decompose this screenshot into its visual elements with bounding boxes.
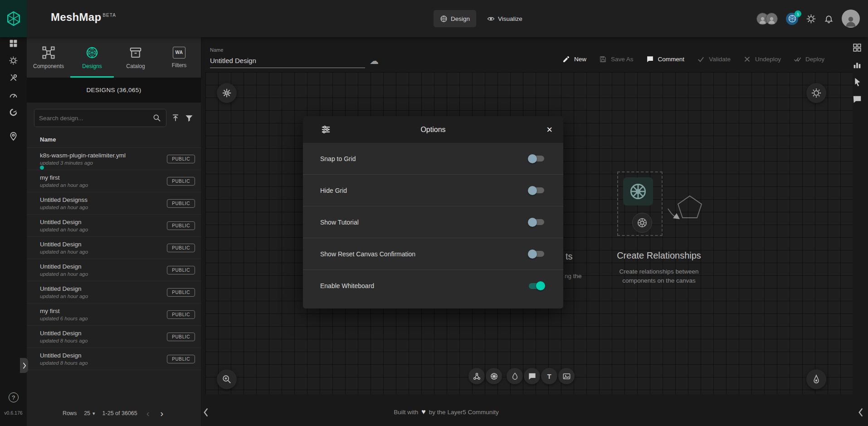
toggle-show-reset-canvas-confirmation[interactable] — [528, 249, 545, 259]
create-relationships-hint: Create Relationships Create relationship… — [602, 250, 716, 285]
chevron-right-icon — [22, 362, 27, 370]
mesh-config-button[interactable] — [217, 83, 237, 103]
bell-icon — [824, 14, 834, 24]
pagination-range: 1-25 of 36065 — [102, 410, 137, 416]
layer5-logo[interactable] — [0, 0, 27, 37]
design-list-item[interactable]: k8s-wasm-plugin-ratelimiter.ymlupdated 3… — [27, 148, 201, 170]
expand-nav-button[interactable] — [20, 358, 28, 373]
version-label: v0.6.176 — [0, 410, 27, 416]
previous-page-button[interactable]: ‹ — [145, 409, 151, 418]
notifications-button[interactable] — [824, 14, 834, 24]
map-pin-icon[interactable] — [9, 132, 18, 141]
extensions-icon[interactable] — [9, 108, 18, 117]
design-list-item[interactable]: Untitled Designupdated an hour ago PUBLI… — [27, 281, 201, 304]
user-avatar[interactable] — [842, 10, 860, 28]
helm-component-node[interactable] — [632, 213, 652, 233]
text-tool-button[interactable]: T — [541, 368, 557, 384]
search-box — [34, 109, 166, 127]
components-icon — [42, 46, 55, 59]
options-modal: Options × Snap to Grid Hide Grid Show Tu… — [303, 116, 563, 308]
rows-per-page-select[interactable]: 25▾ — [84, 410, 95, 416]
gear-icon — [806, 14, 816, 24]
collapse-left-drawer-button[interactable] — [203, 406, 210, 418]
close-icon[interactable]: × — [546, 125, 552, 135]
helm-wheel-icon — [636, 217, 648, 229]
design-list-item[interactable]: Untitled Designupdated 8 hours ago PUBLI… — [27, 348, 201, 370]
option-row: Show Reset Canvas Confirmation — [303, 238, 563, 270]
pagination: Rows 25▾ 1-25 of 36065 ‹ › — [27, 409, 201, 418]
help-button[interactable]: ? — [9, 392, 19, 402]
filter-designs-button[interactable] — [185, 113, 194, 122]
chat-icon[interactable] — [852, 94, 862, 104]
tab-filters[interactable]: WA Filters — [157, 37, 201, 78]
design-updated: updated 8 hours ago — [40, 360, 88, 366]
zoom-button[interactable] — [217, 369, 237, 389]
design-updated: updated an hour ago — [40, 271, 88, 277]
design-list-item[interactable]: Untitled Designupdated an hour ago PUBLI… — [27, 259, 201, 281]
chart-icon[interactable] — [852, 60, 862, 70]
layer5-hexagon-icon — [6, 11, 21, 26]
comment-icon — [646, 55, 654, 63]
save-icon — [599, 55, 607, 63]
open-right-drawer-button[interactable] — [858, 406, 864, 418]
canvas-settings-button[interactable] — [806, 83, 826, 103]
new-design-button[interactable]: New — [562, 55, 586, 63]
component-selection-box[interactable] — [617, 171, 663, 236]
dashboard-icon[interactable] — [9, 39, 18, 48]
visibility-badge: PUBLIC — [167, 333, 195, 341]
tab-designs[interactable]: Designs — [70, 37, 114, 78]
design-name-input[interactable] — [210, 56, 365, 68]
shapes-tool-button[interactable] — [507, 368, 523, 384]
notification-count-badge: 1 — [795, 10, 801, 17]
draw-tool-button[interactable] — [806, 369, 826, 389]
image-tool-button[interactable] — [558, 368, 575, 384]
pointer-icon[interactable] — [852, 77, 862, 87]
designs-section-header[interactable]: DESIGNS (36,065) — [27, 78, 201, 103]
toggle-enable-whiteboard[interactable] — [528, 281, 545, 291]
comment-button[interactable]: Comment — [646, 55, 685, 63]
save-as-button[interactable]: Save As — [599, 55, 634, 63]
design-list-item[interactable]: Untitled Designupdated an hour ago PUBLI… — [27, 215, 201, 237]
search-icon[interactable] — [152, 113, 161, 122]
kubernetes-component-node[interactable] — [623, 177, 653, 206]
design-name: Untitled Design — [40, 241, 88, 249]
comment-tool-button[interactable] — [524, 368, 540, 384]
person-icon — [844, 15, 857, 28]
tab-components[interactable]: Components — [27, 37, 70, 78]
design-search-input[interactable] — [39, 115, 152, 122]
toggle-hide-grid[interactable] — [528, 186, 545, 196]
option-row: Show Tutorial — [303, 206, 563, 238]
configuration-tools-icon[interactable] — [9, 73, 18, 83]
toggle-snap-to-grid[interactable] — [528, 154, 545, 164]
import-design-button[interactable] — [171, 113, 180, 122]
design-mode-label: Design — [451, 15, 470, 22]
undeploy-button[interactable]: Undeploy — [743, 55, 781, 63]
tune-sliders-icon — [321, 124, 331, 135]
design-list-item[interactable]: Untitled Designssupdated an hour ago PUB… — [27, 192, 201, 215]
design-name: Untitled Design — [40, 219, 88, 226]
performance-icon[interactable] — [9, 90, 18, 100]
deploy-button[interactable]: Deploy — [794, 55, 824, 63]
design-updated: updated 3 minutes ago — [40, 160, 126, 166]
beta-tag: BETA — [102, 13, 116, 18]
kubernetes-tool-button[interactable] — [486, 368, 502, 384]
settings-button[interactable] — [806, 14, 816, 24]
workspace-button[interactable]: 1 — [786, 13, 798, 25]
lifecycle-icon[interactable] — [9, 56, 18, 65]
design-list-item[interactable]: my firstupdated 6 hours ago PUBLIC — [27, 304, 201, 326]
next-page-button[interactable]: › — [158, 409, 165, 418]
visibility-badge: PUBLIC — [167, 355, 195, 363]
tab-catalog[interactable]: Catalog — [114, 37, 157, 78]
panels-grid-icon[interactable] — [852, 43, 862, 53]
design-list-item[interactable]: Untitled Designupdated 8 hours ago PUBLI… — [27, 326, 201, 348]
design-list-item[interactable]: my firstupdated an hour ago PUBLIC — [27, 170, 201, 192]
design-name: Untitled Design — [40, 263, 88, 271]
design-list-item[interactable]: Untitled Designupdated an hour ago PUBLI… — [27, 237, 201, 259]
collaborator-avatar[interactable] — [766, 13, 778, 25]
node-graph-tool-button[interactable] — [468, 368, 485, 384]
design-mode-button[interactable]: Design — [434, 10, 476, 27]
validate-button[interactable]: Validate — [697, 55, 731, 63]
visualize-mode-button[interactable]: Visualize — [481, 10, 529, 27]
toggle-show-tutorial[interactable] — [528, 217, 545, 227]
eye-icon — [487, 15, 495, 23]
